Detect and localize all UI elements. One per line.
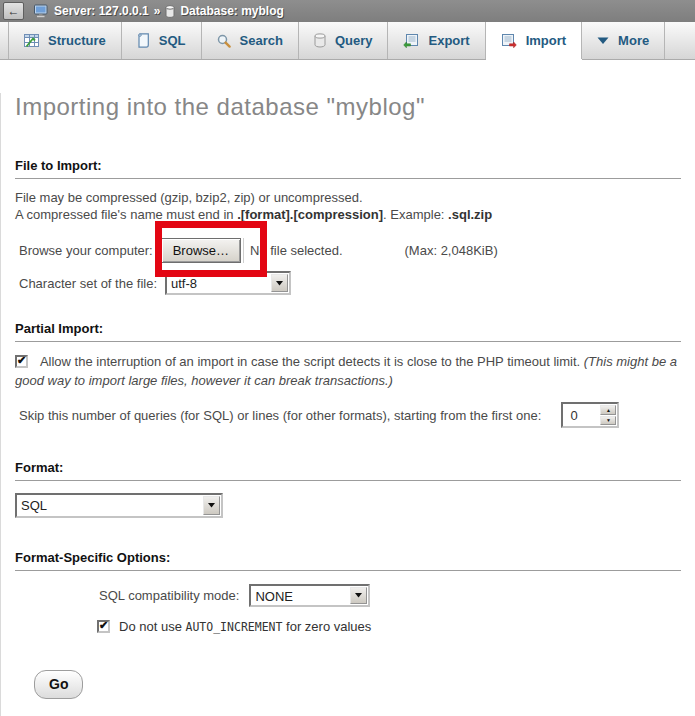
file-input-divider [243,238,244,263]
compression-note-line1: File may be compressed (gzip, bzip2, zip… [15,190,363,205]
section-heading-format-options: Format-Specific Options: [15,550,681,571]
autoinc-label: Do not use AUTO_INCREMENT for zero value… [119,619,371,634]
back-button[interactable]: ← [3,2,24,20]
tab-bar: Structure SQL Search Query [0,22,695,60]
spinner-down-icon[interactable]: ▼ [600,416,616,426]
page-title: Importing into the database "myblog" [15,93,681,121]
breadcrumb-separator: » [154,4,161,18]
autoinc-row: Do not use AUTO_INCREMENT for zero value… [97,619,681,634]
sql-compat-row: SQL compatibility mode: NONE [99,583,681,607]
skip-queries-input-wrap: ▲ ▼ [561,402,619,428]
breadcrumb-database[interactable]: Database: myblog [165,4,283,18]
autoinc-label-prefix: Do not use [119,619,186,634]
sql-compat-select[interactable]: NONE [249,584,370,607]
charset-label: Character set of the file: [19,276,157,291]
browse-button[interactable]: Browse… [161,238,241,263]
section-heading-format: Format: [15,460,681,481]
compression-example: .sql.zip [448,207,492,222]
allow-interrupt-checkbox[interactable] [15,355,28,368]
breadcrumb-server-label: Server: 127.0.0.1 [54,4,149,18]
tab-search[interactable]: Search [202,22,299,59]
skip-queries-row: Skip this number of queries (for SQL) or… [19,402,681,428]
charset-row: Character set of the file: utf-8 [19,271,681,295]
tab-label: Query [335,33,373,48]
spinner: ▲ ▼ [599,404,617,426]
no-file-selected-text: No file selected. [250,243,343,258]
charset-selected-value: utf-8 [167,273,270,293]
autoinc-label-suffix: for zero values [282,619,371,634]
format-select[interactable]: SQL [15,493,223,518]
server-icon [33,4,49,18]
tab-label: Export [428,33,469,48]
dropdown-arrow-icon[interactable] [350,587,367,604]
tab-structure[interactable]: Structure [8,22,122,59]
allow-interrupt-label: Allow the interruption of an import in c… [40,354,584,369]
export-icon [403,34,419,48]
compression-format-pattern: .[format].[compression] [237,207,383,222]
autoinc-checkbox[interactable] [97,620,110,633]
compression-note-line2-mid: . Example: [383,207,448,222]
spinner-up-icon[interactable]: ▲ [600,405,616,415]
skip-queries-label: Skip this number of queries (for SQL) or… [19,408,541,423]
sql-icon [137,33,150,48]
section-heading-file-to-import: File to Import: [15,158,681,179]
file-upload-row: Browse your computer: Browse… No file se… [19,237,681,263]
tab-sql[interactable]: SQL [122,22,202,59]
tab-bar-filler [665,22,695,59]
tab-more[interactable]: More [582,22,665,59]
tab-import[interactable]: Import [486,22,582,59]
tab-export[interactable]: Export [388,22,485,59]
format-selected-value: SQL [17,495,202,516]
dropdown-arrow-icon[interactable] [271,274,288,292]
import-page: Importing into the database "myblog" Fil… [0,93,695,716]
go-button[interactable]: Go [34,670,83,699]
breadcrumb-server[interactable]: Server: 127.0.0.1 [33,4,149,18]
tab-label: More [618,33,649,48]
sql-compat-label: SQL compatibility mode: [99,588,239,603]
compression-note: File may be compressed (gzip, bzip2, zip… [15,189,681,223]
charset-select[interactable]: utf-8 [165,271,291,295]
partial-import-option: Allow the interruption of an import in c… [15,352,681,390]
skip-queries-input[interactable] [563,404,599,426]
breadcrumb-bar: ← Server: 127.0.0.1 » Database: myblog [0,0,695,22]
tab-label: Import [526,33,566,48]
chevron-down-icon [597,37,609,45]
section-heading-partial-import: Partial Import: [15,321,681,342]
breadcrumb-database-label: Database: myblog [180,4,283,18]
max-upload-size: (Max: 2,048KiB) [405,243,498,258]
sql-compat-selected-value: NONE [251,586,349,605]
structure-icon [24,34,39,47]
import-icon [501,34,517,48]
tab-label: Search [240,33,283,48]
browse-label: Browse your computer: [19,243,153,258]
tab-label: Structure [48,33,106,48]
tab-label: SQL [159,33,186,48]
compression-note-line2-prefix: A compressed file's name must end in [15,207,237,222]
database-icon [165,5,175,18]
autoinc-code: AUTO_INCREMENT [186,620,283,634]
query-icon [314,33,326,48]
search-icon [217,34,231,48]
dropdown-arrow-icon[interactable] [203,496,220,515]
tab-query[interactable]: Query [299,22,389,59]
